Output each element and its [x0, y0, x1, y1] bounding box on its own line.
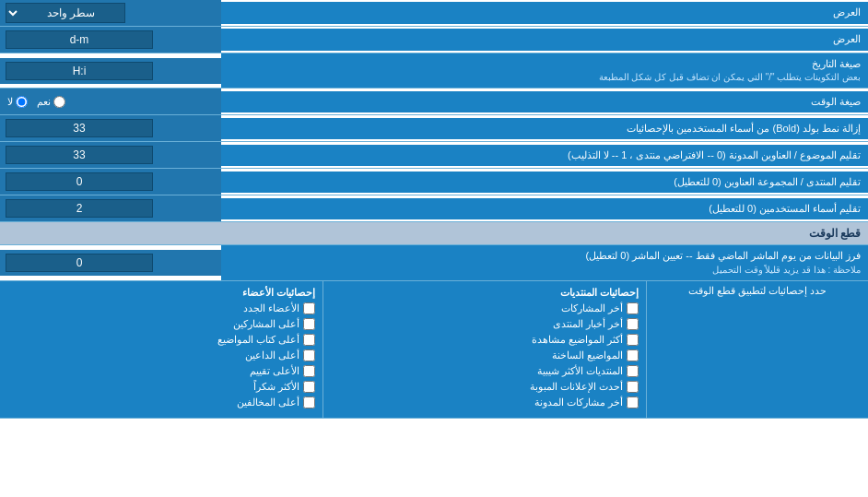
forum-stats-title: إحصائيات المنتديات	[331, 287, 639, 299]
topic-trim-input-cell[interactable]	[0, 115, 221, 141]
forum-trim-label: تقليم الموضوع / العناوين المدونة (0 -- ا…	[221, 145, 868, 166]
checkbox-latest-news[interactable]: أخر أخبار المنتدى	[331, 318, 639, 330]
realtime-filter-row: فرز البيانات من يوم الماشر الماضي فقط --…	[0, 245, 868, 280]
stats-checkboxes-area: حدد إحصائيات لتطبيق قطع الوقت إحصائيات ا…	[0, 281, 868, 419]
time-format-input[interactable]	[6, 62, 153, 80]
bold-no-radio[interactable]	[16, 96, 28, 108]
checkbox-new-members-label: الأعضاء الجدد	[243, 302, 299, 314]
time-format-label: صيغة التاريخ بعض التكوينات يتطلب "/" الت…	[221, 53, 868, 88]
checkbox-latest-posts-label: أخر المشاركات	[561, 302, 623, 314]
usernames-trim-label: تقليم المنتدى / المجموعة العناوين (0 للت…	[221, 172, 868, 193]
date-format-row: العرض	[0, 27, 868, 53]
checkbox-highest-rated[interactable]: الأعلى تقييم	[7, 365, 315, 377]
display-mode-select[interactable]: سطر واحد سطرين ثلاثة أسطر	[6, 3, 125, 23]
forum-trim-row: تقليم الموضوع / العناوين المدونة (0 -- ا…	[0, 142, 868, 169]
checkbox-top-inviters-label: أعلى الداعين	[245, 349, 299, 361]
checkbox-highest-rated-label: الأعلى تقييم	[250, 365, 299, 377]
usernames-trim-input-cell[interactable]	[0, 169, 221, 195]
checkbox-top-violators-label: أعلى المخالفين	[237, 396, 299, 408]
checkbox-latest-posts[interactable]: أخر المشاركات	[331, 302, 639, 314]
checkbox-top-posters-input[interactable]	[303, 318, 315, 330]
usernames-trim-row: تقليم المنتدى / المجموعة العناوين (0 للت…	[0, 169, 868, 195]
checkbox-latest-classifieds-input[interactable]	[627, 381, 639, 393]
checkbox-top-inviters-input[interactable]	[303, 349, 315, 361]
usernames-trim-input[interactable]	[6, 172, 153, 191]
cell-padding-input-cell[interactable]	[0, 195, 221, 221]
checkbox-most-thanked[interactable]: الأكثر شكراً	[7, 381, 315, 393]
cell-padding-label: تقليم أسماء المستخدمين (0 للتعطيل)	[221, 198, 868, 219]
cell-padding-row: تقليم أسماء المستخدمين (0 للتعطيل)	[0, 195, 868, 222]
bold-remove-radio-cell[interactable]: نعم لا	[0, 89, 221, 114]
display-label: العرض	[221, 2, 868, 23]
topic-trim-label: إزالة نمط بولد (Bold) من أسماء المستخدمي…	[221, 118, 868, 139]
checkbox-most-thanked-label: الأكثر شكراً	[253, 381, 299, 393]
checkbox-most-popular-forums-label: المنتديات الأكثر شيبية	[537, 365, 623, 377]
checkbox-latest-news-label: أخر أخبار المنتدى	[553, 318, 623, 330]
checkbox-highest-rated-input[interactable]	[303, 365, 315, 377]
checkbox-top-posters-label: أعلى المشاركين	[233, 318, 299, 330]
bold-yes-radio[interactable]	[53, 96, 65, 108]
checkbox-latest-classifieds-label: أحدث الإعلانات المبوبة	[530, 381, 623, 393]
display-select-cell[interactable]: سطر واحد سطرين ثلاثة أسطر	[0, 0, 221, 26]
bold-remove-label: صيغة الوقت	[221, 91, 868, 112]
checkbox-hot-topics-input[interactable]	[627, 349, 639, 361]
cell-padding-input[interactable]	[6, 199, 153, 218]
time-format-input-cell[interactable]	[0, 58, 221, 84]
checkbox-latest-blog-posts[interactable]: أخر مشاركات المدونة	[331, 396, 639, 408]
checkbox-top-topic-writers[interactable]: أعلى كتاب المواضيع	[7, 334, 315, 346]
time-format-row: صيغة التاريخ بعض التكوينات يتطلب "/" الت…	[0, 53, 868, 89]
checkbox-most-viewed[interactable]: أكثر المواضيع مشاهدة	[331, 334, 639, 346]
forum-stats-col: إحصائيات المنتديات أخر المشاركات أخر أخب…	[323, 281, 647, 418]
checkbox-most-popular-forums[interactable]: المنتديات الأكثر شيبية	[331, 365, 639, 377]
checkbox-new-members-input[interactable]	[303, 302, 315, 314]
date-format-label: العرض	[221, 29, 868, 50]
bold-yes-label[interactable]: نعم	[37, 96, 65, 108]
checkbox-hot-topics[interactable]: المواضيع الساخنة	[331, 349, 639, 361]
member-stats-col: إحصائيات الأعضاء الأعضاء الجدد أعلى المش…	[0, 281, 323, 418]
topic-trim-row: إزالة نمط بولد (Bold) من أسماء المستخدمي…	[0, 115, 868, 142]
member-stats-title: إحصائيات الأعضاء	[7, 287, 315, 299]
checkbox-latest-blog-posts-input[interactable]	[627, 396, 639, 408]
topic-trim-input[interactable]	[6, 119, 153, 137]
checkbox-most-viewed-label: أكثر المواضيع مشاهدة	[532, 334, 623, 346]
checkbox-most-popular-forums-input[interactable]	[627, 365, 639, 377]
forum-trim-input[interactable]	[6, 146, 153, 164]
checkbox-most-viewed-input[interactable]	[627, 334, 639, 346]
date-format-input-cell[interactable]	[0, 27, 221, 53]
checkbox-latest-blog-posts-label: أخر مشاركات المدونة	[534, 396, 623, 408]
checkbox-top-violators-input[interactable]	[303, 396, 315, 408]
checkbox-new-members[interactable]: الأعضاء الجدد	[7, 302, 315, 314]
realtime-section-header: قطع الوقت	[0, 222, 868, 245]
checkbox-top-topic-writers-input[interactable]	[303, 334, 315, 346]
checkbox-top-inviters[interactable]: أعلى الداعين	[7, 349, 315, 361]
checkbox-latest-classifieds[interactable]: أحدث الإعلانات المبوبة	[331, 381, 639, 393]
date-format-input[interactable]	[6, 30, 153, 49]
checkbox-hot-topics-label: المواضيع الساخنة	[552, 349, 623, 361]
filter-label-cell: حدد إحصائيات لتطبيق قطع الوقت	[647, 281, 868, 418]
bold-remove-row: صيغة الوقت نعم لا	[0, 89, 868, 115]
display-header-row: العرض سطر واحد سطرين ثلاثة أسطر	[0, 0, 868, 27]
checkbox-top-posters[interactable]: أعلى المشاركين	[7, 318, 315, 330]
realtime-filter-input[interactable]	[6, 254, 153, 272]
checkbox-latest-news-input[interactable]	[627, 318, 639, 330]
realtime-filter-label: فرز البيانات من يوم الماشر الماضي فقط --…	[221, 245, 868, 279]
bold-no-label[interactable]: لا	[7, 96, 28, 108]
checkbox-top-topic-writers-label: أعلى كتاب المواضيع	[217, 334, 299, 346]
checkbox-top-violators[interactable]: أعلى المخالفين	[7, 396, 315, 408]
checkbox-most-thanked-input[interactable]	[303, 381, 315, 393]
forum-trim-input-cell[interactable]	[0, 142, 221, 168]
checkbox-latest-posts-input[interactable]	[627, 302, 639, 314]
realtime-filter-input-cell[interactable]	[0, 250, 221, 276]
